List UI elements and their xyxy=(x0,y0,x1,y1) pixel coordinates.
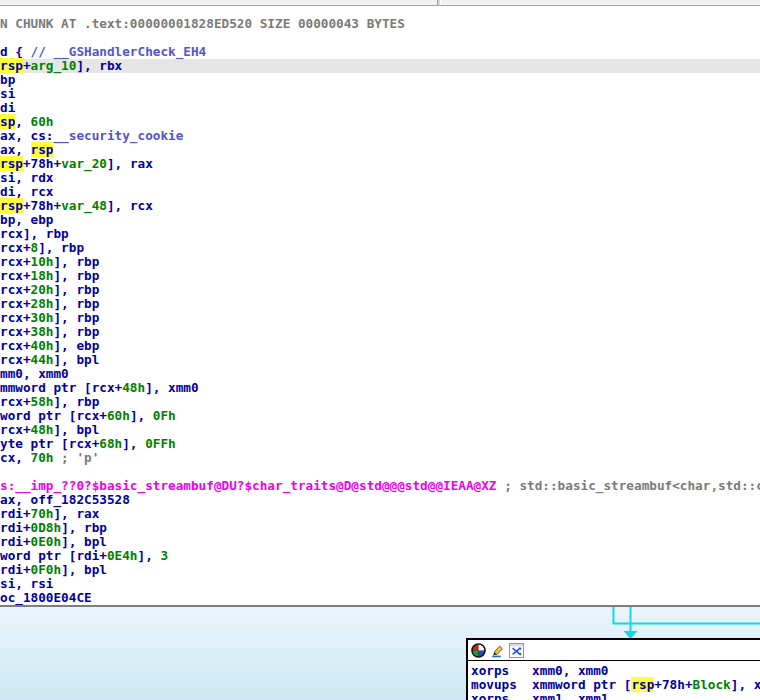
asm-line[interactable]: sp, 60h xyxy=(0,115,53,129)
asm-line[interactable]: rcx], rbp xyxy=(0,227,69,241)
asm-line[interactable]: yte ptr [rcx+68h], 0FFh xyxy=(0,437,176,451)
asm-line[interactable]: rsp+arg_10], rbx xyxy=(0,59,760,73)
asm-token: rdi+ xyxy=(0,506,31,521)
asm-token: rsp xyxy=(31,142,54,157)
asm-token: d { xyxy=(0,44,31,59)
asm-line[interactable]: rdi+0E0h], bpl xyxy=(0,535,107,549)
asm-token: N CHUNK AT .text:00000001828ED520 SIZE 0… xyxy=(0,16,405,31)
asm-line[interactable]: di, rcx xyxy=(0,185,53,199)
asm-line[interactable]: di xyxy=(0,101,15,115)
asm-line[interactable]: rdi+0D8h], rbp xyxy=(0,521,107,535)
asm-line[interactable]: rcx+18h], rbp xyxy=(0,269,99,283)
asm-token: ], bpl xyxy=(61,562,107,577)
asm-token: ax, cs: xyxy=(0,128,53,143)
asm-token: 20h xyxy=(31,282,54,297)
asm-token: // __GSHandlerCheck_EH4 xyxy=(31,44,207,59)
asm-token: ], rcx xyxy=(107,198,153,213)
asm-line[interactable]: oc_1800E04CE xyxy=(0,591,92,605)
asm-line[interactable]: rsp+78h+var_48], rcx xyxy=(0,199,153,213)
node-body[interactable]: xorps xmm0, xmm0movups xmmword ptr [rsp+… xyxy=(468,661,760,700)
asm-token: ], xyxy=(122,436,145,451)
asm-token: 28h xyxy=(31,296,54,311)
asm-line[interactable]: si, rsi xyxy=(0,577,53,591)
asm-line[interactable]: rcx+28h], rbp xyxy=(0,297,99,311)
asm-token: 0F0h xyxy=(31,562,62,577)
asm-line[interactable]: bp, ebp xyxy=(0,213,53,227)
asm-line[interactable]: mmword ptr [rcx+48h], xmm0 xyxy=(0,381,199,395)
asm-line[interactable]: rdi+70h], rax xyxy=(0,507,99,521)
asm-token: rcx+ xyxy=(0,394,31,409)
asm-line[interactable]: si, rdx xyxy=(0,171,53,185)
asm-line[interactable]: rcx+20h], rbp xyxy=(0,283,99,297)
disassembly-listing[interactable]: N CHUNK AT .text:00000001828ED520 SIZE 0… xyxy=(0,0,760,606)
asm-token: 60h xyxy=(107,408,130,423)
asm-line[interactable]: xorps xmm0, xmm0 xyxy=(471,664,760,678)
asm-token: rdi+ xyxy=(0,562,31,577)
asm-token: rsp xyxy=(0,198,23,213)
asm-token: ax, off_182C53528 xyxy=(0,492,130,507)
crossed-arrows-icon[interactable] xyxy=(509,643,524,658)
asm-token: 58h xyxy=(31,394,54,409)
asm-token: 3 xyxy=(160,548,168,563)
asm-line[interactable]: d { // __GSHandlerCheck_EH4 xyxy=(0,45,206,59)
asm-token: movups xmmword ptr [ xyxy=(471,677,631,692)
asm-token: word ptr [rdi+ xyxy=(0,548,107,563)
asm-token: 40h xyxy=(31,338,54,353)
asm-token: rsp xyxy=(0,156,23,171)
asm-token: rsp xyxy=(0,58,23,73)
asm-token: ], xyxy=(130,408,153,423)
asm-token: rcx+ xyxy=(0,352,31,367)
asm-token: ], xyxy=(138,548,161,563)
asm-token: , xyxy=(15,114,30,129)
asm-token: di xyxy=(0,100,15,115)
asm-token: +78h+ xyxy=(23,156,61,171)
asm-token: arg_10 xyxy=(31,58,77,73)
asm-token: 18h xyxy=(31,268,54,283)
edit-comment-icon[interactable] xyxy=(490,643,505,658)
graph-basic-block-node[interactable]: xorps xmm0, xmm0movups xmmword ptr [rsp+… xyxy=(466,638,760,700)
asm-line[interactable]: rcx+30h], rbp xyxy=(0,311,99,325)
asm-line[interactable]: bp xyxy=(0,73,15,87)
asm-token: 0FFh xyxy=(145,436,176,451)
asm-token: rcx], rbp xyxy=(0,226,69,241)
asm-line[interactable]: xorps xmm1, xmm1 xyxy=(471,692,760,700)
asm-token: ], bpl xyxy=(53,422,99,437)
asm-token: 70h xyxy=(31,450,54,465)
asm-line[interactable]: rcx+8], rbp xyxy=(0,241,84,255)
asm-token: + xyxy=(23,58,31,73)
asm-line[interactable]: rcx+58h], rbp xyxy=(0,395,99,409)
asm-line[interactable]: ax, off_182C53528 xyxy=(0,493,130,507)
asm-line[interactable]: N CHUNK AT .text:00000001828ED520 SIZE 0… xyxy=(0,17,405,31)
asm-token: ], ebp xyxy=(53,338,99,353)
asm-token: 48h xyxy=(31,422,54,437)
asm-line[interactable]: rcx+40h], ebp xyxy=(0,339,99,353)
node-color-icon[interactable] xyxy=(471,643,486,658)
asm-token: ], rbp xyxy=(53,282,99,297)
asm-line[interactable]: cx, 70h ; 'p' xyxy=(0,451,99,465)
asm-token: ], xmm0 xyxy=(731,677,760,692)
graph-pane[interactable]: xorps xmm0, xmm0movups xmmword ptr [rsp+… xyxy=(0,607,760,700)
asm-line[interactable]: movups xmmword ptr [rsp+78h+Block], xmm0 xyxy=(471,678,760,692)
asm-token: 0Fh xyxy=(153,408,176,423)
asm-line[interactable]: ax, cs:__security_cookie xyxy=(0,129,183,143)
asm-line[interactable]: rcx+10h], rbp xyxy=(0,255,99,269)
asm-line[interactable]: rcx+38h], rbp xyxy=(0,325,99,339)
asm-token: Block xyxy=(693,677,731,692)
asm-line[interactable]: mm0, xmm0 xyxy=(0,367,69,381)
asm-line[interactable]: rcx+48h], bpl xyxy=(0,423,99,437)
asm-token: ], rbp xyxy=(53,324,99,339)
asm-line[interactable]: rdi+0F0h], bpl xyxy=(0,563,107,577)
asm-line[interactable]: word ptr [rdi+0E4h], 3 xyxy=(0,549,168,563)
asm-token: ], rbp xyxy=(53,394,99,409)
asm-line[interactable]: si xyxy=(0,87,15,101)
asm-line[interactable]: rsp+78h+var_20], rax xyxy=(0,157,153,171)
asm-line[interactable]: rcx+44h], bpl xyxy=(0,353,99,367)
asm-token: mmword ptr [rcx+ xyxy=(0,380,122,395)
asm-token: 48h xyxy=(122,380,145,395)
asm-token: var_20 xyxy=(61,156,107,171)
asm-token: 60h xyxy=(31,114,54,129)
asm-line[interactable]: ax, rsp xyxy=(0,143,53,157)
asm-line[interactable]: word ptr [rcx+60h], 0Fh xyxy=(0,409,176,423)
asm-line[interactable]: s:__imp_??0?$basic_streambuf@DU?$char_tr… xyxy=(0,479,760,493)
node-titlebar xyxy=(468,640,760,661)
